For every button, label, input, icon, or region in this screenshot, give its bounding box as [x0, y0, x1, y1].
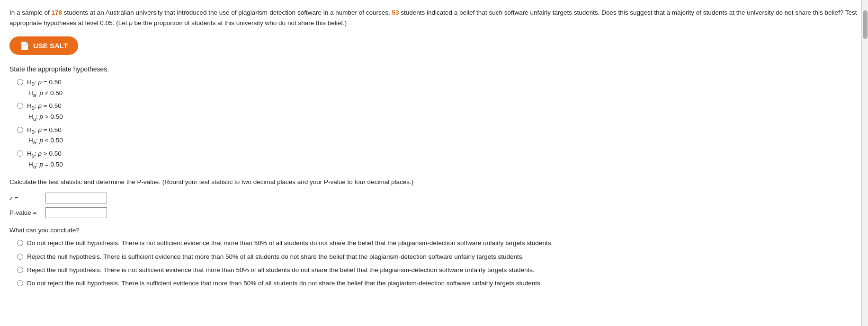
- hypothesis-radio-2[interactable]: [17, 103, 23, 109]
- conclude-label-3: Reject the null hypothesis. There is not…: [27, 265, 535, 275]
- hypothesis-option-4-row[interactable]: H0: p > 0.50: [17, 149, 859, 160]
- intro-num2: 53: [392, 9, 399, 16]
- hypothesis-ha-1: Ha: p ≠ 0.50: [28, 89, 859, 98]
- hypothesis-ha-2: Ha: p > 0.50: [28, 113, 859, 122]
- calc-title: Calculate the test statistic and determi…: [9, 177, 859, 187]
- conclude-option-2[interactable]: Reject the null hypothesis. There is suf…: [17, 252, 859, 262]
- use-salt-label: USE SALT: [33, 42, 68, 50]
- pvalue-label: P-value =: [9, 209, 43, 216]
- hypothesis-option-3-row[interactable]: H0: p = 0.50: [17, 125, 859, 136]
- z-input-row: z =: [9, 193, 859, 203]
- conclude-radio-3[interactable]: [17, 267, 23, 273]
- use-salt-button[interactable]: 📄 USE SALT: [9, 36, 78, 55]
- hypothesis-option-2-row[interactable]: H0: p = 0.50: [17, 101, 859, 112]
- calc-section: Calculate the test statistic and determi…: [9, 177, 859, 218]
- hypothesis-option-1: H0: p = 0.50 Ha: p ≠ 0.50: [17, 78, 859, 97]
- hypothesis-radio-3[interactable]: [17, 127, 23, 133]
- hypothesis-ha-3: Ha: p < 0.50: [28, 137, 859, 145]
- hypothesis-radio-1[interactable]: [17, 79, 23, 85]
- hypothesis-option-1-row[interactable]: H0: p = 0.50: [17, 78, 859, 88]
- pvalue-input[interactable]: [45, 207, 107, 218]
- intro-num1: 178: [52, 9, 63, 16]
- conclude-label-4: Do not reject the null hypothesis. There…: [27, 279, 542, 288]
- hypothesis-option-2: H0: p = 0.50 Ha: p > 0.50: [17, 101, 859, 121]
- hypothesis-h0-1: H0: p = 0.50: [27, 78, 62, 88]
- hypothesis-ha-4: Ha: p = 0.50: [28, 161, 859, 169]
- conclude-radio-1[interactable]: [17, 240, 23, 246]
- hypothesis-option-4: H0: p > 0.50 Ha: p = 0.50: [17, 149, 859, 169]
- conclude-radio-2[interactable]: [17, 254, 23, 260]
- intro-text-end: be the proportion of students at this un…: [133, 19, 347, 26]
- scrollbar[interactable]: [861, 0, 868, 300]
- hypothesis-option-3: H0: p = 0.50 Ha: p < 0.50: [17, 125, 859, 145]
- z-input[interactable]: [45, 193, 107, 203]
- conclude-option-4[interactable]: Do not reject the null hypothesis. There…: [17, 279, 859, 288]
- conclude-radio-4[interactable]: [17, 280, 23, 286]
- hypotheses-section-title: State the appropriate hypotheses.: [9, 65, 859, 73]
- z-label: z =: [9, 194, 43, 202]
- intro-paragraph: In a sample of 178 students at an Austra…: [9, 8, 859, 28]
- hypothesis-h0-2: H0: p = 0.50: [27, 101, 62, 112]
- conclude-title: What can you conclude?: [9, 227, 859, 234]
- conclude-section: What can you conclude? Do not reject the…: [9, 227, 859, 288]
- salt-icon: 📄: [20, 41, 29, 50]
- conclude-label-2: Reject the null hypothesis. There is suf…: [27, 252, 524, 262]
- conclude-option-1[interactable]: Do not reject the null hypothesis. There…: [17, 238, 859, 248]
- hypothesis-h0-4: H0: p > 0.50: [27, 149, 62, 160]
- hypothesis-radio-4[interactable]: [17, 150, 23, 157]
- scrollbar-thumb[interactable]: [863, 10, 868, 39]
- intro-text-before-178: In a sample of: [9, 9, 52, 16]
- intro-text-after-178: students at an Australian university tha…: [62, 9, 392, 16]
- conclude-option-3[interactable]: Reject the null hypothesis. There is not…: [17, 265, 859, 275]
- hypothesis-h0-3: H0: p = 0.50: [27, 125, 62, 136]
- intro-p-italic: p: [129, 19, 133, 26]
- conclude-label-1: Do not reject the null hypothesis. There…: [27, 238, 553, 248]
- pvalue-input-row: P-value =: [9, 207, 859, 218]
